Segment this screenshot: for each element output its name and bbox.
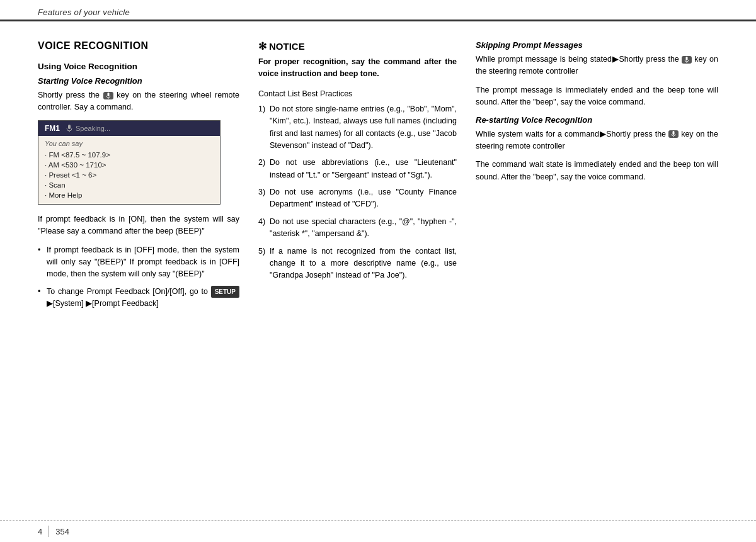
notice-asterisk: ✻ [258,40,266,52]
notice-box: ✻ NOTICE For proper recognition, say the… [258,40,457,81]
starting-title: Starting Voice Recognition [38,76,239,86]
notice-body: For proper recognition, say the command … [258,56,457,81]
footer-divider [49,526,49,537]
list-item: 4) Do not use special characters (e.g., … [258,216,457,240]
notice-title: ✻ NOTICE [258,40,457,52]
page-container: Features of your vehicle VOICE RECOGNITI… [0,0,756,542]
section-title: VOICE RECOGNITION [38,40,239,52]
fm-body: You can say · FM <87.5 ~ 107.9> · AM <53… [38,136,220,204]
list-item: 2) Do not use abbreviations (i.e., use "… [258,157,457,181]
footer-number: 4 [38,527,42,536]
header-title: Features of your vehicle [38,8,130,17]
restarting-text-1: While system waits for a command▶Shortly… [476,128,718,153]
list-item: 3) Do not use acronyms (i.e., use "Count… [258,186,457,211]
skipping-text-1: While prompt message is being stated▶Sho… [476,54,718,78]
svg-rect-4 [686,57,688,60]
middle-column: ✻ NOTICE For proper recognition, say the… [252,40,466,315]
fm-item-4: · Scan [45,180,214,190]
bullet-list: If prompt feedback is in [OFF] mode, the… [38,244,239,310]
right-column: Skipping Prompt Messages While prompt me… [466,40,718,315]
restarting-text-2: The command wait state is immediately en… [476,159,718,183]
svg-rect-2 [68,125,71,129]
mic-key-icon [103,92,113,99]
header-bar: Features of your vehicle [0,0,756,21]
contact-title: Contact List Best Practices [258,89,457,98]
bullet-item-2: To change Prompt Feedback [On]/[Off], go… [38,286,239,310]
starting-text: Shortly press the key on the steering wh… [38,89,239,114]
fm-you-can-say: You can say [45,140,214,147]
mic-key-icon-2 [682,56,692,64]
fm-item-5: · More Help [45,190,214,200]
restarting-title: Re-starting Voice Recognition [476,115,718,125]
subsection-title: Using Voice Recognition [38,62,239,71]
svg-rect-6 [673,131,675,135]
fm-item-3: · Preset <1 ~ 6> [45,170,214,180]
fm-header: FM1 Speaking... [38,121,220,136]
fm-item-1: · FM <87.5 ~ 107.9> [45,150,214,160]
list-item: 5) If a name is not recognized from the … [258,246,457,282]
svg-rect-0 [107,93,109,96]
feedback-text: If prompt feedback is in [ON], then the … [38,213,239,238]
setup-button: SETUP [211,286,239,298]
list-item: 1) Do not store single-name entries (e.g… [258,103,457,152]
footer-page: 354 [55,527,69,536]
fm-display-box: FM1 Speaking... You can say · FM <87.5 ~… [38,120,220,205]
left-column: VOICE RECOGNITION Using Voice Recognitio… [38,40,252,315]
footer: 4 354 [0,520,756,542]
fm-speaking: Speaking... [66,125,110,132]
numbered-list: 1) Do not store single-name entries (e.g… [258,103,457,282]
main-content: VOICE RECOGNITION Using Voice Recognitio… [0,21,756,328]
skipping-text-2: The prompt message is immediately ended … [476,84,718,109]
skipping-title: Skipping Prompt Messages [476,40,718,50]
bullet-item-1: If prompt feedback is in [OFF] mode, the… [38,244,239,281]
notice-label: NOTICE [269,41,305,52]
mic-key-icon-3 [668,130,679,138]
starting-text-after: key on the steering wheel remote control… [38,91,239,111]
fm-label: FM1 [45,124,60,133]
fm-item-2: · AM <530 ~ 1710> [45,160,214,170]
